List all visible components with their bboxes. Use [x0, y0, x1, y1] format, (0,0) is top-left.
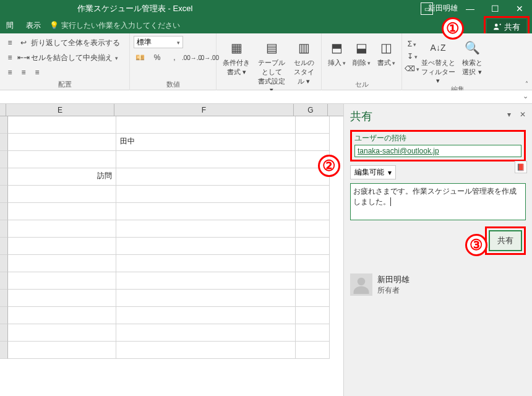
maximize-button[interactable]: ☐ [483, 0, 507, 17]
fill-icon[interactable]: ↧ [406, 51, 418, 62]
cell-styles-button[interactable]: ▥ セルの スタイル ▾ [291, 36, 317, 86]
title-bar: 作業スケジュール管理表 - Excel 新田明雄 ▭ — ☐ ✕ [0, 0, 532, 17]
format-caret-icon [391, 59, 395, 66]
number-format-select[interactable]: 標準 [134, 36, 183, 48]
find-select-icon: 🔍 [463, 38, 481, 57]
align-middle-icon[interactable]: ≡ [4, 52, 16, 63]
cell-styles-icon: ▥ [294, 38, 313, 57]
align-top-icon[interactable]: ≡ [4, 37, 16, 48]
owner-row: 新田明雄 所有者 [350, 273, 526, 296]
find-select-button[interactable]: 🔍 検索と 選択 ▾ [458, 36, 486, 77]
format-label: 書式 [377, 59, 391, 66]
conditional-format-button[interactable]: ▦ 条件付き 書式 ▾ [220, 36, 253, 77]
address-book-icon[interactable]: 📕 [515, 161, 527, 173]
insert-label: 挿入 [328, 59, 341, 66]
decrease-decimal-icon[interactable]: .0→.00 [203, 52, 215, 63]
cell-styles-label: セルの スタイル ▾ [291, 58, 317, 86]
col-header-F[interactable]: F [114, 104, 294, 116]
delete-cells-button[interactable]: ⬓ 削除 [350, 36, 372, 67]
format-as-table-label: テーブルとして 書式設定 ▾ [255, 58, 288, 94]
invite-label: ユーザーの招待 [354, 133, 521, 144]
collapse-ribbon-icon[interactable]: ˄ [525, 80, 528, 87]
message-textarea[interactable]: お疲れさまです。作業スケジュール管理表を作成しました。 [350, 183, 526, 220]
minimize-button[interactable]: — [458, 0, 483, 17]
avatar-icon [350, 273, 372, 296]
svg-point-1 [358, 278, 366, 286]
align-right-icon[interactable]: ≡ [31, 67, 43, 78]
conditional-format-label: 条件付き 書式 ▾ [223, 58, 250, 77]
delete-caret-icon [366, 59, 371, 66]
merge-dropdown-icon[interactable] [114, 53, 118, 62]
insert-cells-icon: ⬒ [327, 38, 346, 57]
annotation-box-2: ユーザーの招待 tanaka-sachi@outlook.jp [350, 130, 526, 161]
align-center-icon[interactable]: ≡ [17, 67, 30, 78]
close-button[interactable]: ✕ [507, 0, 532, 17]
sort-filter-icon: A↓Z [429, 38, 447, 57]
share-pane-title: 共有 [350, 109, 526, 124]
person-share-icon [493, 22, 502, 33]
pane-close-icon[interactable]: ✕ [520, 110, 526, 119]
permission-value: 編集可能 [354, 167, 384, 178]
message-text: お疲れさまです。作業スケジュール管理表を作成しました。 [353, 187, 517, 206]
autosum-icon[interactable]: Σ [406, 38, 418, 50]
find-select-label: 検索と 選択 ▾ [462, 58, 483, 77]
invite-email-input[interactable]: tanaka-sachi@outlook.jp [354, 145, 521, 157]
group-styles: ▦ 条件付き 書式 ▾ ▤ テーブルとして 書式設定 ▾ ▥ セルの スタイル … [217, 33, 322, 90]
share-submit-button[interactable]: 共有 [489, 230, 522, 251]
tab-partial[interactable]: 間 [0, 17, 20, 33]
wrap-text-label[interactable]: 折り返して全体を表示する [31, 38, 120, 48]
merge-icon[interactable]: ⇤⇥ [17, 52, 30, 63]
group-number: 標準 💴 % , .00→.0 .0→.00 数値 [130, 33, 217, 90]
delete-label: 削除 [353, 59, 366, 66]
comma-format-icon[interactable]: , [168, 52, 181, 63]
format-cells-button[interactable]: ◫ 書式 [375, 36, 398, 67]
cell-F2[interactable]: 田中 [116, 134, 296, 151]
conditional-format-icon: ▦ [227, 38, 246, 57]
clear-icon[interactable]: ⌫ [406, 63, 418, 74]
share-pane: ▾ ✕ 共有 ユーザーの招待 tanaka-sachi@outlook.jp 📕… [343, 104, 532, 396]
annotation-box-3: 共有 [485, 226, 526, 255]
worksheet-grid[interactable]: E F G 田中 訪問 [0, 104, 343, 396]
group-label-cells: セル [325, 80, 398, 90]
formula-bar-expand-icon[interactable]: ⌄ [523, 92, 528, 100]
column-headers: E F G [0, 104, 343, 116]
callout-2: ② [318, 155, 340, 177]
align-left-icon[interactable]: ≡ [4, 67, 16, 78]
rowcol-corner[interactable] [0, 104, 6, 116]
format-as-table-button[interactable]: ▤ テーブルとして 書式設定 ▾ [255, 36, 288, 94]
owner-name: 新田明雄 [377, 274, 410, 285]
format-cells-icon: ◫ [377, 38, 396, 57]
tell-me-search[interactable]: 💡 実行したい作業を入力してください [49, 20, 180, 31]
callout-3: ③ [465, 234, 487, 256]
callout-1: ① [442, 17, 464, 40]
percent-format-icon[interactable]: % [151, 52, 163, 63]
increase-decimal-icon[interactable]: .00→.0 [186, 52, 198, 63]
permission-caret-icon: ▾ [388, 168, 392, 177]
ribbon-display-options-icon[interactable]: ▭ [421, 2, 433, 15]
wrap-text-icon[interactable]: ↩ [17, 37, 30, 48]
formula-bar[interactable]: ⌄ [0, 90, 532, 104]
sort-filter-button[interactable]: A↓Z 並べ替えと フィルター ▾ [421, 36, 455, 85]
group-alignment: ≡ ↩ 折り返して全体を表示する ≡ ⇤⇥ セルを結合して中央揃え ≡ ≡ ≡ … [0, 33, 130, 90]
pane-menu-icon[interactable]: ▾ [507, 110, 511, 119]
cell-E4[interactable]: 訪問 [8, 168, 116, 186]
group-cells: ⬒ 挿入 ⬓ 削除 ◫ 書式 セル [322, 33, 402, 90]
insert-cells-button[interactable]: ⬒ 挿入 [325, 36, 348, 67]
share-submit-label: 共有 [497, 236, 513, 245]
tab-view[interactable]: 表示 [20, 17, 47, 33]
group-label-alignment: 配置 [4, 80, 126, 90]
svg-point-0 [495, 24, 498, 27]
group-label-number: 数値 [134, 80, 212, 90]
sort-filter-label: 並べ替えと フィルター ▾ [421, 58, 455, 85]
insert-caret-icon [341, 59, 346, 66]
col-header-G[interactable]: G [294, 104, 328, 116]
format-as-table-icon: ▤ [262, 38, 281, 57]
permission-select[interactable]: 編集可能 ▾ [350, 165, 396, 179]
col-header-E[interactable]: E [6, 104, 114, 116]
window-title: 作業スケジュール管理表 - Excel [77, 3, 192, 14]
group-editing: Σ ↧ ⌫ A↓Z 並べ替えと フィルター ▾ 🔍 検索と 選択 ▾ 編集 [402, 33, 513, 90]
accounting-format-icon[interactable]: 💴 [134, 52, 146, 63]
number-format-caret-icon [176, 38, 180, 46]
tell-me-placeholder: 実行したい作業を入力してください [61, 20, 180, 31]
merge-center-label[interactable]: セルを結合して中央揃え [31, 53, 113, 63]
